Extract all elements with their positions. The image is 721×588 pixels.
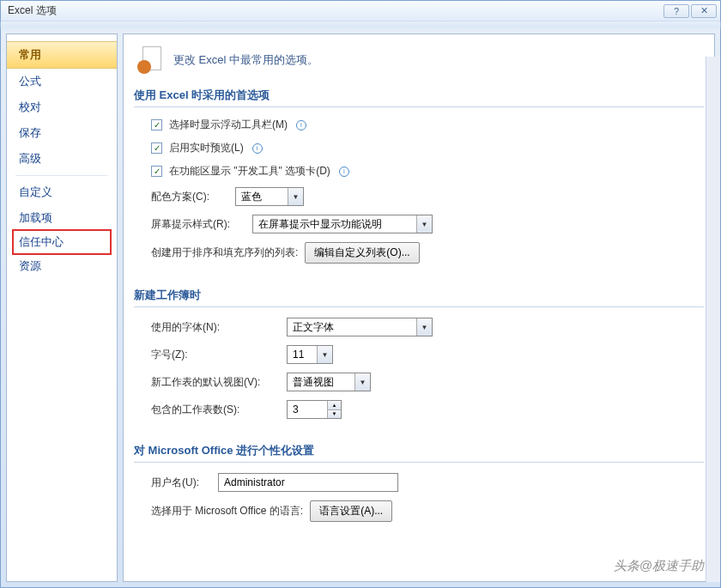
- help-button[interactable]: ?: [663, 4, 689, 18]
- section-title: 新建工作簿时: [134, 284, 704, 307]
- sidebar-divider: [15, 175, 108, 176]
- font-label: 使用的字体(N):: [151, 320, 280, 335]
- sidebar-item-trust-center[interactable]: 信任中心: [12, 229, 112, 255]
- sidebar-item-addins[interactable]: 加载项: [7, 205, 117, 231]
- language-settings-button[interactable]: 语言设置(A)...: [310, 500, 392, 522]
- section-title: 使用 Excel 时采用的首选项: [134, 84, 704, 107]
- info-icon[interactable]: [339, 167, 349, 177]
- sidebar-item-save[interactable]: 保存: [7, 120, 117, 146]
- section-personalize: 对 Microsoft Office 进行个性化设置 用户名(U): 选择用于 …: [134, 439, 704, 530]
- font-select[interactable]: 正文字体: [287, 318, 433, 336]
- dialog-body: 常用 公式 校对 保存 高级 自定义 加载项 信任中心 资源 更改 Excel …: [1, 28, 720, 587]
- language-label: 选择用于 Microsoft Office 的语言:: [151, 504, 303, 518]
- color-scheme-label: 配色方案(C):: [151, 190, 228, 204]
- font-size-label: 字号(Z):: [151, 348, 280, 362]
- section-preferences: 使用 Excel 时采用的首选项 选择时显示浮动工具栏(M) 启用实时预览(L): [134, 84, 704, 272]
- screentip-label: 屏幕提示样式(R):: [151, 217, 245, 232]
- content-panel: 更改 Excel 中最常用的选项。 使用 Excel 时采用的首选项 选择时显示…: [123, 33, 715, 582]
- checkbox-live-preview[interactable]: [151, 142, 162, 154]
- info-icon[interactable]: [296, 120, 306, 130]
- sheet-count-spinner[interactable]: 3 ▲ ▼: [287, 400, 342, 419]
- sidebar-item-proofing[interactable]: 校对: [7, 94, 117, 120]
- default-view-label: 新工作表的默认视图(V):: [151, 375, 280, 390]
- chevron-down-icon: [416, 318, 432, 336]
- screentip-select[interactable]: 在屏幕提示中显示功能说明: [252, 215, 433, 233]
- chevron-down-icon: [288, 188, 303, 205]
- section-title: 对 Microsoft Office 进行个性化设置: [134, 439, 704, 463]
- titlebar: Excel 选项 ? ✕: [1, 1, 720, 21]
- sidebar-item-customize[interactable]: 自定义: [7, 179, 117, 205]
- font-size-select[interactable]: 11: [287, 345, 333, 364]
- default-view-select[interactable]: 普通视图: [287, 373, 371, 391]
- sheet-count-label: 包含的工作表数(S):: [151, 403, 280, 417]
- edit-custom-lists-button[interactable]: 编辑自定义列表(O)...: [305, 242, 419, 264]
- info-icon[interactable]: [252, 143, 263, 154]
- custom-lists-label: 创建用于排序和填充序列的列表:: [151, 246, 298, 260]
- username-input[interactable]: [218, 473, 398, 492]
- username-label: 用户名(U):: [151, 476, 211, 490]
- checkbox-mini-toolbar[interactable]: [151, 119, 162, 130]
- sidebar-item-advanced[interactable]: 高级: [7, 146, 117, 172]
- sidebar-item-formulas[interactable]: 公式: [7, 69, 117, 94]
- checkbox-label: 启用实时预览(L): [169, 141, 244, 155]
- header-row: 更改 Excel 中最常用的选项。: [134, 41, 704, 84]
- toolbar-blur: [1, 21, 720, 28]
- section-new-workbook: 新建工作簿时 使用的字体(N): 正文字体 字号(Z): 11: [134, 284, 704, 427]
- chevron-down-icon: [354, 373, 370, 391]
- checkbox-label: 选择时显示浮动工具栏(M): [169, 118, 288, 132]
- sidebar-item-resources[interactable]: 资源: [7, 253, 117, 279]
- close-button[interactable]: ✕: [691, 4, 717, 18]
- spinner-up[interactable]: ▲: [327, 401, 341, 410]
- window: Excel 选项 ? ✕ 常用 公式 校对 保存 高级 自定义 加载项 信任中心…: [0, 0, 721, 588]
- scrollbar[interactable]: [706, 57, 720, 582]
- color-scheme-select[interactable]: 蓝色: [235, 187, 304, 206]
- header-text: 更改 Excel 中最常用的选项。: [173, 52, 318, 68]
- chevron-down-icon: [317, 346, 332, 363]
- checkbox-label: 在功能区显示 "开发工具" 选项卡(D): [169, 164, 330, 179]
- window-title: Excel 选项: [4, 3, 663, 18]
- sidebar: 常用 公式 校对 保存 高级 自定义 加载项 信任中心 资源: [6, 33, 118, 582]
- sidebar-item-general[interactable]: 常用: [7, 41, 117, 69]
- spinner-down[interactable]: ▼: [327, 410, 341, 419]
- watermark: 头条@极速手助: [614, 558, 704, 574]
- chevron-down-icon: [416, 215, 432, 233]
- options-icon: [137, 46, 165, 74]
- checkbox-developer-tab[interactable]: [151, 166, 162, 177]
